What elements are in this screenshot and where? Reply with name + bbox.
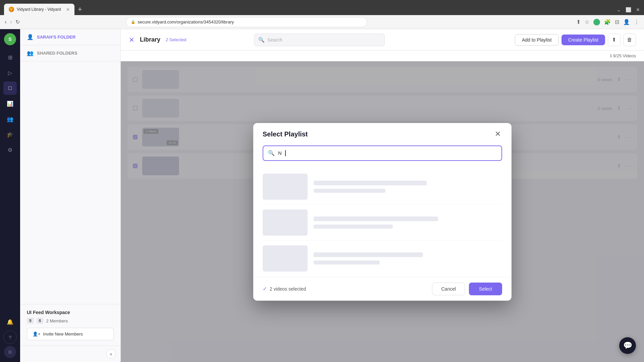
forward-button[interactable]: › (10, 18, 12, 25)
back-button[interactable]: ‹ (5, 18, 7, 25)
minimize-icon[interactable]: ⌄ (617, 7, 621, 12)
modal-search-icon: 🔍 (268, 150, 275, 156)
playlist-info-skeleton (314, 252, 502, 264)
delete-icon-btn[interactable]: 🗑 (623, 34, 636, 46)
close-icon[interactable]: ✕ (636, 7, 640, 12)
address-bar-row: ‹ › ↻ 🔒 secure.vidyard.com/organizations… (0, 15, 644, 29)
videos-selected-indicator: ✓ 2 videos selected (263, 286, 306, 292)
list-item[interactable] (263, 241, 502, 276)
sarahs-folder-item[interactable]: 👤 SARAH'S FOLDER (20, 29, 120, 45)
modal-footer: ✓ 2 videos selected Cancel Select (253, 277, 512, 301)
invite-new-members-button[interactable]: 👤+ Invite New Members (27, 328, 114, 340)
share-icon-btn[interactable]: ⬆ (608, 34, 621, 46)
add-to-playlist-button[interactable]: Add to Playlist (515, 34, 559, 46)
sidebar-item-app[interactable]: ⊙ (4, 346, 16, 358)
video-count-bar: ℹ 9/25 Videos (121, 51, 644, 61)
browser-tab[interactable]: V Vidyard Library - Vidyard ✕ (4, 4, 74, 15)
sidebar-item-notifications[interactable]: 🔔 (3, 315, 17, 328)
modal-overlay[interactable]: Select Playlist ✕ 🔍 N (121, 61, 644, 362)
select-playlist-modal: Select Playlist ✕ 🔍 N (253, 123, 512, 301)
search-bar-icon: 🔍 (258, 37, 265, 43)
content-area: 0 views ⬆ ⋯ 0 views ⬆ ⋯ ✓ 3 videos 0 (121, 61, 644, 362)
lock-icon: 🔒 (131, 20, 136, 24)
playlist-thumbnail-skeleton (263, 245, 308, 272)
restore-icon[interactable]: ⬜ (626, 7, 631, 12)
playlist-info-skeleton (314, 181, 502, 193)
close-selection-icon[interactable]: ✕ (129, 36, 135, 44)
workspace-members: 2 Members (46, 318, 68, 323)
cursor-indicator (285, 150, 286, 156)
sidebar-item-analytics[interactable]: 📊 (3, 97, 17, 110)
sidebar: S ⊞ ▷ □ 📊 👥 🎓 ⚙ 🔔 ? ⊙ (0, 29, 20, 362)
workspace-section: UI Feed Workspace 9 6 2 Members 👤+ Invit… (20, 304, 120, 346)
tab-favicon: V (9, 7, 14, 12)
person-icon: 👤 (27, 34, 34, 40)
search-placeholder: Search (267, 37, 282, 43)
stat-badge-2: 6 (37, 318, 44, 324)
select-button[interactable]: Select (469, 283, 502, 295)
workspace-stats-row: 9 6 2 Members (27, 318, 114, 324)
tab-title: Vidyard Library - Vidyard (17, 7, 61, 12)
shared-folders-label: SHARED FOLDERS (37, 51, 77, 56)
extension-icon-2[interactable]: 🧩 (604, 19, 611, 25)
workspace-name: UI Feed Workspace (27, 310, 114, 315)
address-field[interactable]: 🔒 secure.vidyard.com/organizations/34543… (126, 17, 367, 27)
footer-actions: Cancel Select (432, 283, 502, 295)
sidebar-toggle-icon[interactable]: ⊟ (615, 19, 619, 25)
modal-title: Select Playlist (263, 130, 308, 138)
selected-count-badge: 2 Selected (166, 37, 186, 42)
bookmark-icon[interactable]: ☆ (585, 19, 589, 25)
modal-close-button[interactable]: ✕ (493, 130, 502, 138)
modal-search-row: 🔍 N (253, 144, 512, 166)
share-icon[interactable]: ⬆ (576, 19, 581, 25)
playlist-thumbnail-skeleton (263, 174, 308, 200)
shared-folders-item[interactable]: 👥 SHARED FOLDERS (20, 45, 120, 61)
top-bar: ✕ Library 2 Selected 🔍 Search Add to Pla… (121, 29, 644, 51)
stat-badge-1: 9 (27, 318, 34, 324)
sarahs-folder-label: SARAH'S FOLDER (37, 35, 75, 40)
browser-toolbar: ⬆ ☆ 🧩 ⊟ 👤 ⋮ (576, 19, 639, 25)
library-title: Library (140, 36, 160, 43)
create-playlist-button[interactable]: Create Playlist (561, 35, 605, 45)
new-tab-button[interactable]: + (76, 5, 84, 14)
extension-icon-1[interactable] (593, 19, 600, 25)
search-bar[interactable]: 🔍 Search (254, 34, 385, 46)
chat-icon: 💬 (623, 341, 632, 350)
sidebar-item-integrations[interactable]: ⚙ (3, 143, 17, 157)
tab-close-icon[interactable]: ✕ (66, 7, 70, 12)
collapse-panel-button[interactable]: « (20, 346, 120, 362)
app-layout: S ⊞ ▷ □ 📊 👥 🎓 ⚙ 🔔 ? ⊙ 👤 SARAH'S FOLDER 👥… (0, 29, 644, 362)
videos-selected-text: 2 videos selected (270, 286, 306, 292)
profile-icon[interactable]: 👤 (623, 19, 630, 25)
info-icon: ℹ (610, 53, 612, 58)
browser-chrome: V Vidyard Library - Vidyard ✕ + ⌄ ⬜ ✕ (0, 0, 644, 15)
chat-widget[interactable]: 💬 (619, 337, 636, 354)
sidebar-item-video[interactable]: ▷ (3, 66, 17, 79)
list-item[interactable] (263, 169, 502, 205)
top-bar-actions: Add to Playlist Create Playlist ⬆ 🗑 (515, 34, 636, 46)
list-item[interactable] (263, 205, 502, 241)
playlist-thumbnail-skeleton (263, 209, 308, 236)
left-panel: 👤 SARAH'S FOLDER 👥 SHARED FOLDERS UI Fee… (20, 29, 121, 362)
check-icon: ✓ (263, 286, 267, 292)
refresh-button[interactable]: ↻ (15, 19, 20, 25)
window-controls: ⌄ ⬜ ✕ (617, 7, 640, 12)
sidebar-item-home[interactable]: ⊞ (3, 51, 17, 64)
shared-icon: 👥 (27, 50, 34, 56)
menu-icon[interactable]: ⋮ (634, 19, 639, 25)
url-text: secure.vidyard.com/organizations/3454320… (138, 19, 234, 24)
modal-search-container[interactable]: 🔍 N (263, 145, 502, 161)
main-content: ✕ Library 2 Selected 🔍 Search Add to Pla… (121, 29, 644, 362)
invite-icon: 👤+ (33, 331, 41, 337)
playlist-info-skeleton (314, 217, 502, 229)
modal-header: Select Playlist ✕ (253, 123, 512, 144)
sidebar-item-library[interactable]: □ (3, 81, 17, 95)
avatar[interactable]: S (4, 33, 16, 45)
cancel-button[interactable]: Cancel (432, 283, 465, 295)
playlist-list[interactable] (253, 166, 512, 277)
playlist-list-inner (253, 166, 512, 277)
video-count-text: 9/25 Videos (613, 53, 636, 58)
sidebar-item-help[interactable]: ? (3, 330, 17, 344)
sidebar-item-users[interactable]: 👥 (3, 112, 17, 126)
sidebar-item-education[interactable]: 🎓 (3, 128, 17, 141)
